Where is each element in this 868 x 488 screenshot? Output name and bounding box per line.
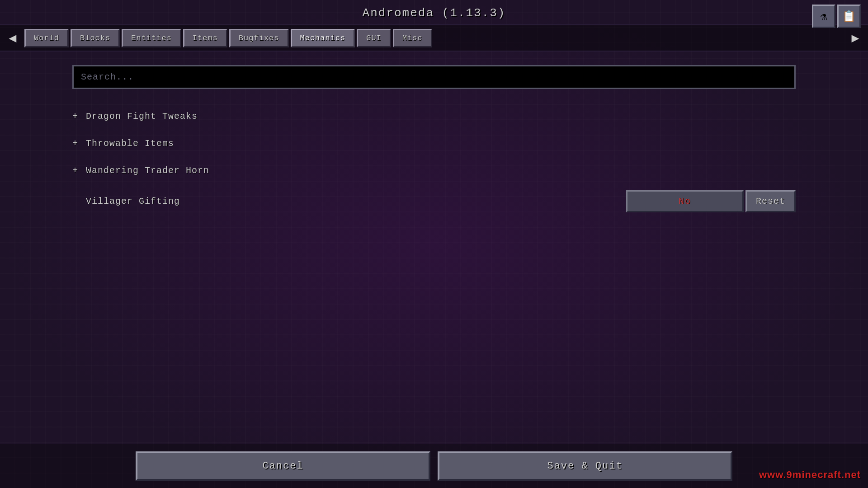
reset-villager-gifting[interactable]: Reset bbox=[745, 190, 796, 212]
tab-world[interactable]: World bbox=[24, 29, 69, 47]
search-input[interactable] bbox=[72, 65, 796, 89]
main-content: + Dragon Fight Tweaks + Throwable Items … bbox=[0, 52, 868, 444]
header-icons: ⚗ 📋 bbox=[812, 5, 861, 28]
tabs-container: World Blocks Entities Items Bugfixes Mec… bbox=[23, 26, 845, 50]
header: Andromeda (1.13.3) ⚗ 📋 bbox=[0, 0, 868, 24]
tab-mechanics[interactable]: Mechanics bbox=[291, 29, 355, 47]
search-container bbox=[72, 65, 796, 89]
setting-row-throwable-items: + Throwable Items bbox=[72, 130, 796, 157]
footer: Cancel Save & Quit bbox=[0, 444, 868, 488]
toggle-villager-gifting[interactable]: No bbox=[626, 190, 744, 212]
label-wandering-trader-horn: Wandering Trader Horn bbox=[86, 165, 796, 176]
cancel-button[interactable]: Cancel bbox=[136, 451, 430, 481]
nav-prev-arrow[interactable]: ◀ bbox=[5, 28, 21, 48]
setting-row-dragon-fight-tweaks: + Dragon Fight Tweaks bbox=[72, 103, 796, 130]
watermark: www.9minecraft.net bbox=[759, 469, 861, 481]
label-throwable-items: Throwable Items bbox=[86, 138, 796, 149]
controls-villager-gifting: No Reset bbox=[626, 190, 796, 212]
flask-button[interactable]: ⚗ bbox=[812, 5, 835, 28]
tab-misc[interactable]: Misc bbox=[393, 29, 432, 47]
expand-throwable-items[interactable]: + bbox=[72, 138, 86, 149]
app-title: Andromeda (1.13.3) bbox=[363, 6, 506, 20]
setting-row-wandering-trader-horn: + Wandering Trader Horn bbox=[72, 157, 796, 184]
label-dragon-fight-tweaks: Dragon Fight Tweaks bbox=[86, 111, 796, 122]
tab-gui[interactable]: GUI bbox=[357, 29, 391, 47]
tab-entities[interactable]: Entities bbox=[122, 29, 181, 47]
tab-blocks[interactable]: Blocks bbox=[71, 29, 120, 47]
tab-bar: ◀ World Blocks Entities Items Bugfixes M… bbox=[0, 24, 868, 52]
tab-bugfixes[interactable]: Bugfixes bbox=[229, 29, 289, 47]
setting-row-villager-gifting: + Villager Gifting No Reset bbox=[72, 184, 796, 219]
expand-wandering-trader-horn[interactable]: + bbox=[72, 165, 86, 176]
expand-dragon-fight-tweaks[interactable]: + bbox=[72, 111, 86, 122]
save-quit-button[interactable]: Save & Quit bbox=[438, 451, 732, 481]
settings-list: + Dragon Fight Tweaks + Throwable Items … bbox=[72, 103, 796, 219]
book-button[interactable]: 📋 bbox=[837, 5, 861, 28]
label-villager-gifting: Villager Gifting bbox=[86, 196, 626, 206]
nav-next-arrow[interactable]: ▶ bbox=[847, 28, 863, 48]
tab-items[interactable]: Items bbox=[183, 29, 227, 47]
